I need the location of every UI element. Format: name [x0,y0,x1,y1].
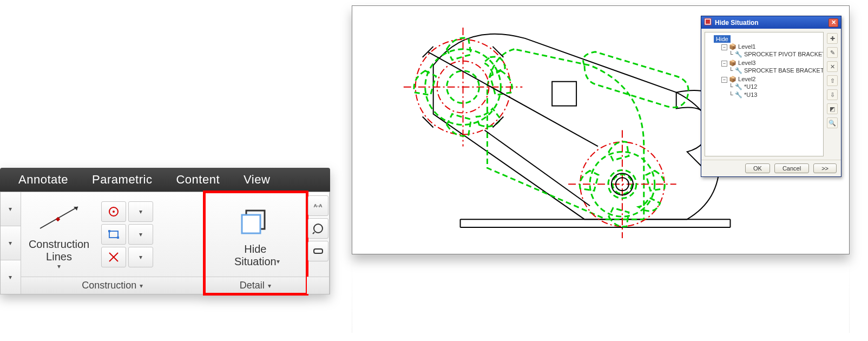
panel-construction: Construction Lines ▾ ▾ ▾ ▾ [21,192,205,294]
edit-icon[interactable]: ✎ [827,47,838,58]
section-aa-button[interactable]: A-A [308,195,328,216]
highlight-icon[interactable]: ◩ [827,103,838,114]
tree-item[interactable]: *U12 [744,83,757,90]
app-icon [704,18,712,27]
ribbon-body: ▾ ▾ ▾ Construction Lines ▾ [0,192,330,294]
svg-rect-13 [314,249,323,253]
dialog-side-toolbar: ✚ ✎ ✕ ⇧ ⇩ ◩ 🔍 [827,29,841,160]
hide-tree[interactable]: Hide −📦 Level1 └ 🔧 SPROCKET PIVOT BRACKE… [705,32,824,156]
tab-parametric[interactable]: Parametric [80,173,164,187]
hide-situation-icon [236,205,274,240]
panel-detail-title[interactable]: Detail▾ [205,277,306,294]
zoom-icon[interactable]: 🔍 [827,117,838,128]
ok-button[interactable]: OK [745,163,770,173]
svg-rect-5 [109,231,118,238]
tree-item[interactable]: SPROCKET BASE BRACKET [744,67,824,74]
svg-line-34 [484,130,590,206]
cancel-button[interactable]: Cancel [774,163,809,173]
dialog-buttons: OK Cancel >> [701,160,841,176]
new-icon[interactable]: ✚ [827,33,838,44]
panel-construction-title[interactable]: Construction▾ [21,277,204,294]
svg-rect-18 [552,82,576,106]
tab-view[interactable]: View [232,173,282,187]
panel-detail-label: Detail [240,280,265,291]
break-button[interactable] [308,241,328,261]
move-up-icon[interactable]: ⇧ [827,75,838,86]
tree-root[interactable]: Hide [714,35,731,43]
delete-icon[interactable]: ✕ [827,61,838,72]
panel-detail: Hide Situation ▾ Detail▾ [205,192,307,294]
expand-toggle[interactable]: − [721,61,727,67]
panel-right-partial: A-A [307,192,330,294]
panel-right-title [307,277,329,294]
centerline-dropdown[interactable]: ▾ [128,201,153,222]
rectangle-button[interactable] [101,224,126,245]
tree-level[interactable]: Level3 [738,60,755,66]
left-dropdown-column: ▾ ▾ ▾ [1,192,21,294]
dropdown-arrow[interactable]: ▾ [1,260,21,294]
drawing-canvas: Hide Situation ✕ Hide −📦 Level1 └ 🔧 SPRO… [352,5,850,254]
hide-situation-label: Hide Situation [234,243,277,268]
tab-content[interactable]: Content [164,173,232,187]
ribbon-snippet: Annotate Parametric Content View ▾ ▾ ▾ [0,168,330,294]
expand-toggle[interactable]: − [721,77,727,83]
construction-line-icon [35,200,83,235]
svg-point-12 [314,224,323,233]
expand-toggle[interactable]: − [721,44,727,50]
dialog-title-text: Hide Situation [715,19,759,27]
hide-situation-button[interactable]: Hide Situation ▾ [227,202,284,267]
centerline-button[interactable] [101,201,126,222]
tree-level[interactable]: Level2 [738,76,755,82]
svg-rect-36 [706,19,710,24]
close-icon[interactable]: ✕ [828,18,838,27]
move-down-icon[interactable]: ⇩ [827,89,838,100]
erase-centerline-button[interactable] [101,247,126,267]
svg-rect-7 [117,237,119,239]
dropdown-arrow[interactable]: ▾ [1,192,21,226]
construction-mini-buttons: ▾ ▾ ▾ [97,198,157,271]
tab-annotate[interactable]: Annotate [6,173,80,187]
erase-centerline-dropdown[interactable]: ▾ [128,247,153,267]
rectangle-dropdown[interactable]: ▾ [128,224,153,245]
construction-lines-label: Construction Lines [29,238,89,263]
more-button[interactable]: >> [813,163,837,173]
dialog-titlebar[interactable]: Hide Situation ✕ [701,16,841,29]
svg-rect-11 [242,215,260,233]
svg-point-4 [113,211,115,213]
construction-lines-button[interactable]: Construction Lines ▾ [21,197,97,272]
svg-line-0 [40,207,78,228]
tree-item[interactable]: *U13 [744,91,757,98]
svg-rect-6 [108,230,110,232]
detail-circle-button[interactable] [308,218,328,239]
tree-level[interactable]: Level1 [738,43,755,50]
tree-item[interactable]: SPROCKET PIVOT BRACKET [744,51,824,57]
panel-construction-label: Construction [82,280,136,291]
ribbon-tabs: Annotate Parametric Content View [0,168,330,192]
hide-situation-dialog: Hide Situation ✕ Hide −📦 Level1 └ 🔧 SPRO… [701,16,841,177]
dropdown-arrow[interactable]: ▾ [1,226,21,260]
